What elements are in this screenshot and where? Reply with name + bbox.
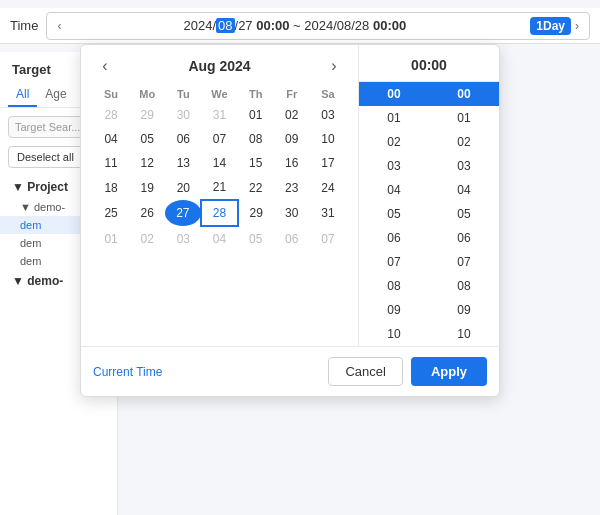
hour-item[interactable]: 00	[359, 82, 429, 106]
time-next-arrow[interactable]: ›	[571, 19, 583, 33]
calendar-day[interactable]: 22	[238, 175, 274, 200]
minute-item[interactable]: 08	[429, 274, 499, 298]
calendar-day[interactable]: 17	[310, 151, 346, 175]
minute-item[interactable]: 04	[429, 178, 499, 202]
calendar-day[interactable]: 31	[310, 200, 346, 226]
calendar-day[interactable]: 18	[93, 175, 129, 200]
time-label: Time	[10, 18, 38, 33]
cancel-button[interactable]: Cancel	[328, 357, 402, 386]
day-header-fr: Fr	[274, 85, 310, 103]
calendar-day[interactable]: 28	[201, 200, 237, 226]
day-header-we: We	[201, 85, 237, 103]
calendar-day[interactable]: 12	[129, 151, 165, 175]
calendar-day[interactable]: 28	[93, 103, 129, 127]
hour-item[interactable]: 06	[359, 226, 429, 250]
calendar-day[interactable]: 04	[201, 226, 237, 251]
time-bar: Time ‹ 2024/08/27 00:00 ~ 2024/08/28 00:…	[0, 8, 600, 44]
one-day-badge: 1Day	[530, 17, 571, 35]
calendar-day[interactable]: 24	[310, 175, 346, 200]
day-header-th: Th	[238, 85, 274, 103]
time-input-box[interactable]: ‹ 2024/08/27 00:00 ~ 2024/08/28 00:00 1D…	[46, 12, 590, 40]
calendar-day[interactable]: 02	[274, 103, 310, 127]
calendar-day[interactable]: 06	[165, 127, 201, 151]
calendar-day[interactable]: 26	[129, 200, 165, 226]
minute-item[interactable]: 00	[429, 82, 499, 106]
month-highlight: 08	[216, 18, 234, 33]
hour-item[interactable]: 01	[359, 106, 429, 130]
calendar-day[interactable]: 29	[129, 103, 165, 127]
calendar-day[interactable]: 09	[274, 127, 310, 151]
calendar-day[interactable]: 07	[310, 226, 346, 251]
time-picker-header: 00:00	[359, 45, 499, 82]
calendar-day[interactable]: 03	[165, 226, 201, 251]
hour-column[interactable]: 0001020304050607080910	[359, 82, 429, 346]
calendar-main: ‹ Aug 2024 › Su Mo Tu We Th Fr Sa	[81, 45, 499, 346]
minute-item[interactable]: 01	[429, 106, 499, 130]
calendar-day[interactable]: 21	[201, 175, 237, 200]
hour-item[interactable]: 07	[359, 250, 429, 274]
calendar-day[interactable]: 16	[274, 151, 310, 175]
calendar-next-button[interactable]: ›	[322, 57, 346, 75]
hour-item[interactable]: 04	[359, 178, 429, 202]
calendar-footer: Current Time Cancel Apply	[81, 346, 499, 396]
hour-item[interactable]: 09	[359, 298, 429, 322]
minute-item[interactable]: 09	[429, 298, 499, 322]
time-picker: 00:00 0001020304050607080910 00010203040…	[359, 45, 499, 346]
calendar-day[interactable]: 01	[93, 226, 129, 251]
calendar-day[interactable]: 19	[129, 175, 165, 200]
calendar-popup: ‹ Aug 2024 › Su Mo Tu We Th Fr Sa	[80, 44, 500, 397]
calendar-prev-button[interactable]: ‹	[93, 57, 117, 75]
tab-all[interactable]: All	[8, 83, 37, 107]
hour-item[interactable]: 08	[359, 274, 429, 298]
hour-item[interactable]: 05	[359, 202, 429, 226]
calendar-day[interactable]: 05	[238, 226, 274, 251]
calendar-day[interactable]: 31	[201, 103, 237, 127]
minute-item[interactable]: 07	[429, 250, 499, 274]
time-prev-arrow[interactable]: ‹	[53, 19, 65, 33]
day-header-sa: Sa	[310, 85, 346, 103]
time-range-value: 2024/08/27 00:00 ~ 2024/08/28 00:00	[65, 18, 524, 33]
calendar-day[interactable]: 11	[93, 151, 129, 175]
calendar-day[interactable]: 30	[274, 200, 310, 226]
calendar-grid: Su Mo Tu We Th Fr Sa 2829303101020304050…	[93, 85, 346, 251]
footer-actions: Cancel Apply	[328, 357, 487, 386]
calendar-day[interactable]: 06	[274, 226, 310, 251]
day-header-mo: Mo	[129, 85, 165, 103]
hour-item[interactable]: 10	[359, 322, 429, 346]
calendar-day[interactable]: 07	[201, 127, 237, 151]
time-columns: 0001020304050607080910 00010203040506070…	[359, 82, 499, 346]
calendar-day[interactable]: 23	[274, 175, 310, 200]
minute-item[interactable]: 06	[429, 226, 499, 250]
calendar-day[interactable]: 05	[129, 127, 165, 151]
calendar-day[interactable]: 04	[93, 127, 129, 151]
current-time-button[interactable]: Current Time	[93, 365, 162, 379]
apply-button[interactable]: Apply	[411, 357, 487, 386]
calendar-month-year: Aug 2024	[188, 58, 250, 74]
hour-item[interactable]: 02	[359, 130, 429, 154]
calendar-left: ‹ Aug 2024 › Su Mo Tu We Th Fr Sa	[81, 45, 359, 346]
calendar-day[interactable]: 29	[238, 200, 274, 226]
calendar-day[interactable]: 25	[93, 200, 129, 226]
minute-item[interactable]: 05	[429, 202, 499, 226]
calendar-day[interactable]: 13	[165, 151, 201, 175]
calendar-day[interactable]: 15	[238, 151, 274, 175]
calendar-day[interactable]: 03	[310, 103, 346, 127]
calendar-day[interactable]: 08	[238, 127, 274, 151]
calendar-day[interactable]: 14	[201, 151, 237, 175]
calendar-day[interactable]: 02	[129, 226, 165, 251]
tab-age[interactable]: Age	[37, 83, 74, 107]
day-header-tu: Tu	[165, 85, 201, 103]
calendar-day[interactable]: 01	[238, 103, 274, 127]
hour-item[interactable]: 03	[359, 154, 429, 178]
calendar-day[interactable]: 20	[165, 175, 201, 200]
day-header-su: Su	[93, 85, 129, 103]
minute-item[interactable]: 03	[429, 154, 499, 178]
calendar-day[interactable]: 10	[310, 127, 346, 151]
minute-item[interactable]: 10	[429, 322, 499, 346]
calendar-day[interactable]: 30	[165, 103, 201, 127]
minute-item[interactable]: 02	[429, 130, 499, 154]
minute-column[interactable]: 0001020304050607080910	[429, 82, 499, 346]
calendar-header: ‹ Aug 2024 ›	[93, 57, 346, 75]
calendar-day[interactable]: 27	[165, 200, 201, 226]
